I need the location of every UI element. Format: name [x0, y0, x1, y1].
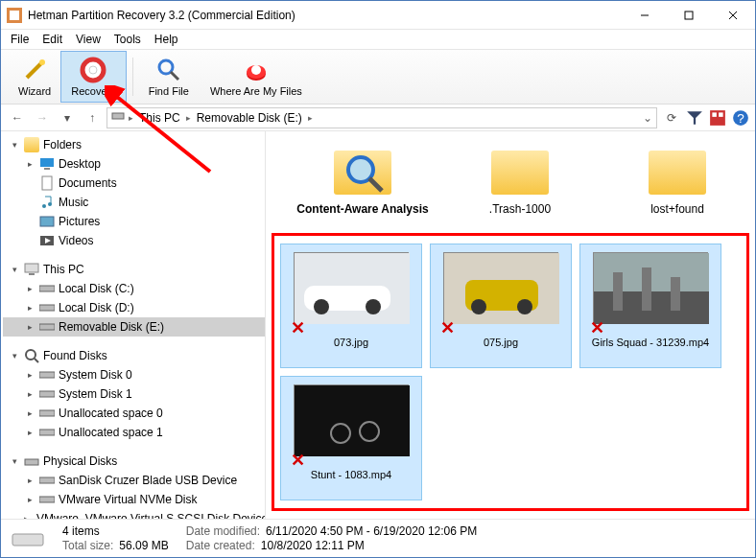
- findfile-label: Find File: [149, 85, 189, 97]
- folder-lostfound[interactable]: lost+found: [605, 143, 749, 216]
- chevron-right-icon[interactable]: ▸: [24, 284, 35, 293]
- maximize-button[interactable]: [667, 1, 711, 30]
- recovery-label: Recovery: [71, 85, 115, 97]
- folder-trash[interactable]: .Trash-1000: [448, 143, 592, 216]
- tree-item-unalloc0[interactable]: ▸Unallocated space 0: [3, 404, 265, 423]
- folder-icon: [491, 151, 549, 195]
- tree-item-locald[interactable]: ▸Local Disk (D:): [3, 298, 265, 317]
- file-tile[interactable]: ✕ 073.jpg: [280, 244, 422, 368]
- tree-item-sysdisk0[interactable]: ▸System Disk 0: [3, 365, 265, 384]
- status-datemod-value: 6/11/2020 4:50 PM - 6/19/2020 12:06 PM: [266, 524, 477, 538]
- disk-icon: [39, 473, 55, 488]
- svg-point-9: [89, 66, 97, 74]
- statusbar: 4 items Total size:56.09 MB Date modifie…: [1, 519, 755, 557]
- chevron-down-icon[interactable]: ▾: [9, 140, 20, 150]
- menu-help[interactable]: Help: [149, 31, 184, 48]
- status-datecr-label: Date created:: [186, 539, 255, 552]
- chevron-right-icon[interactable]: ▸: [24, 370, 35, 380]
- tree-item-nvme[interactable]: ▸VMware Virtual NVMe Disk: [3, 490, 265, 509]
- tree-item-label: System Disk 1: [59, 387, 132, 401]
- chevron-down-icon[interactable]: ▾: [9, 351, 20, 360]
- tree-item-scsi[interactable]: ▸VMware, VMware Virtual S SCSI Disk Devi…: [3, 509, 265, 519]
- found-icon: [24, 348, 39, 363]
- up-button[interactable]: ↑: [82, 107, 103, 128]
- filter-icon[interactable]: [686, 109, 703, 127]
- videos-icon: [39, 233, 55, 248]
- close-button[interactable]: [711, 1, 755, 30]
- address-dropdown-button[interactable]: ⌄: [643, 111, 652, 125]
- svg-point-50: [366, 299, 381, 314]
- help-icon[interactable]: ?: [732, 109, 749, 127]
- tree-group-folders[interactable]: ▾ Folders: [3, 135, 265, 154]
- chevron-right-icon[interactable]: ▸: [24, 389, 35, 399]
- tree-item-sysdisk1[interactable]: ▸System Disk 1: [3, 384, 265, 404]
- svg-rect-40: [39, 430, 55, 435]
- chevron-right-icon[interactable]: ▸: [24, 428, 35, 437]
- chevron-right-icon[interactable]: ▸: [24, 322, 35, 332]
- tree-item-label: Unallocated space 0: [59, 407, 163, 420]
- deleted-mark-icon: ✕: [291, 317, 305, 338]
- back-button[interactable]: ←: [7, 107, 28, 128]
- findfile-button[interactable]: Find File: [139, 51, 199, 103]
- disk-icon: [39, 367, 55, 383]
- minimize-button[interactable]: [623, 1, 667, 30]
- menu-view[interactable]: View: [70, 31, 106, 48]
- view-mode-icon[interactable]: [709, 109, 726, 127]
- tree-item-desktop[interactable]: ▸Desktop: [3, 154, 265, 174]
- tree-group-found[interactable]: ▾ Found Disks: [3, 346, 265, 365]
- menu-file[interactable]: File: [5, 31, 35, 48]
- tree-item-label: Pictures: [59, 215, 100, 228]
- tree-item-localc[interactable]: ▸Local Disk (C:): [3, 279, 265, 298]
- folder-label: lost+found: [605, 202, 749, 216]
- chevron-right-icon: ▸: [129, 113, 133, 123]
- address-root[interactable]: This PC: [137, 111, 182, 125]
- file-tile[interactable]: ✕ 075.jpg: [430, 244, 572, 368]
- tree-item-label: Removable Disk (E:): [59, 320, 164, 334]
- tree-item-music[interactable]: Music: [3, 193, 265, 212]
- menu-tools[interactable]: Tools: [108, 31, 147, 48]
- dropdown-history-button[interactable]: ▾: [57, 107, 78, 128]
- tree-item-label: Local Disk (D:): [59, 301, 134, 314]
- svg-rect-15: [112, 113, 124, 119]
- tree-group-physical[interactable]: ▾ Physical Disks: [3, 452, 265, 471]
- thumbnail: [294, 252, 409, 323]
- whereare-button[interactable]: Where Are My Files: [199, 51, 314, 103]
- address-segment[interactable]: Removable Disk (E:): [195, 111, 304, 125]
- tree-label: This PC: [43, 263, 84, 276]
- tree-item-sandisk[interactable]: ▸SanDisk Cruzer Blade USB Device: [3, 471, 265, 490]
- chevron-right-icon[interactable]: ▸: [24, 476, 35, 485]
- tree-group-thispc[interactable]: ▾ This PC: [3, 260, 265, 279]
- chevron-right-icon[interactable]: ▸: [24, 495, 35, 504]
- body: ▾ Folders ▸Desktop Documents Music Pictu…: [1, 131, 755, 519]
- file-tile[interactable]: ✕ Stunt - 1083.mp4: [280, 376, 422, 500]
- status-totalsize-label: Total size:: [62, 539, 113, 552]
- file-tile[interactable]: ✕ Girls Squad - 31239.mp4: [579, 244, 721, 368]
- wizard-button[interactable]: Wizard: [9, 51, 60, 103]
- refresh-button[interactable]: ⟳: [661, 107, 682, 128]
- content-area[interactable]: Content-Aware Analysis .Trash-1000 lost+…: [266, 131, 755, 519]
- address-bar[interactable]: ▸ This PC ▸ Removable Disk (E:) ▸ ⌄: [106, 107, 657, 128]
- file-label: Girls Squad - 31239.mp4: [592, 337, 709, 348]
- chevron-down-icon[interactable]: ▾: [9, 456, 20, 466]
- chevron-down-icon[interactable]: ▾: [9, 265, 20, 274]
- svg-rect-34: [39, 324, 55, 330]
- tree-item-documents[interactable]: Documents: [3, 174, 265, 193]
- tree-item-label: VMware Virtual NVMe Disk: [59, 493, 197, 506]
- chevron-right-icon[interactable]: ▸: [24, 408, 35, 418]
- svg-rect-42: [39, 477, 55, 483]
- tree-item-unalloc1[interactable]: ▸Unallocated space 1: [3, 423, 265, 442]
- svg-rect-24: [42, 176, 52, 190]
- tree-item-label: Music: [59, 196, 88, 209]
- tree-item-removable-e[interactable]: ▸Removable Disk (E:): [3, 317, 265, 337]
- tree-item-pictures[interactable]: Pictures: [3, 212, 265, 231]
- tree-item-videos[interactable]: Videos: [3, 231, 265, 250]
- chevron-right-icon: ▸: [186, 113, 191, 123]
- svg-rect-23: [44, 168, 50, 170]
- chevron-right-icon[interactable]: ▸: [24, 159, 35, 169]
- forward-button[interactable]: →: [32, 107, 53, 128]
- menu-edit[interactable]: Edit: [36, 31, 68, 48]
- folder-content-aware[interactable]: Content-Aware Analysis: [291, 143, 435, 216]
- file-label: 073.jpg: [334, 337, 368, 348]
- chevron-right-icon[interactable]: ▸: [24, 303, 35, 313]
- recovery-button[interactable]: Recovery: [60, 51, 126, 103]
